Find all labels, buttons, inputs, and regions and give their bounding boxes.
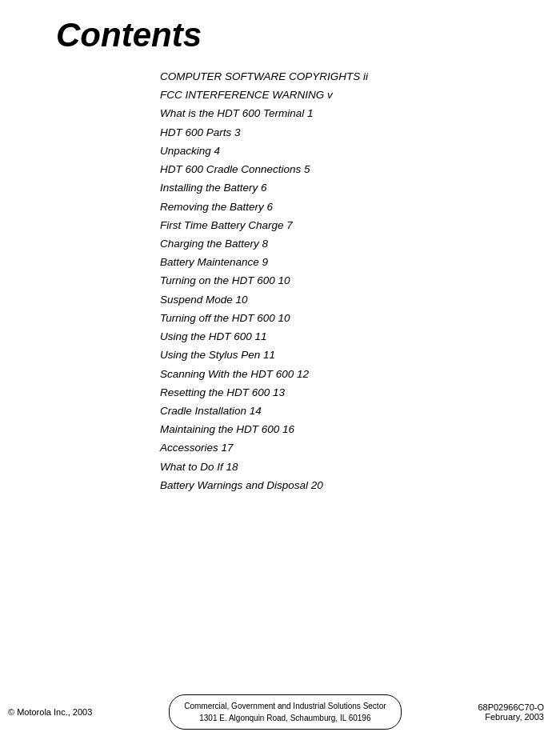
toc-list: COMPUTER SOFTWARE COPYRIGHTS iiFCC INTER… [160, 67, 560, 494]
footer-center-line2: 1301 E. Algonquin Road, Schaumburg, IL 6… [184, 712, 386, 724]
footer: © Motorola Inc., 2003 Commercial, Govern… [0, 694, 560, 730]
toc-item: HDT 600 Cradle Connections 5 [160, 160, 560, 178]
toc-item: Suspend Mode 10 [160, 290, 560, 309]
toc-item: Accessories 17 [160, 438, 560, 457]
toc-item: FCC INTERFERENCE WARNING v [160, 86, 560, 104]
footer-right: 68P02966C70-O February, 2003 [478, 702, 544, 722]
toc-item: Using the Stylus Pen 11 [160, 346, 560, 364]
page-container: Contents COMPUTER SOFTWARE COPYRIGHTS ii… [0, 0, 560, 744]
toc-item: Installing the Battery 6 [160, 178, 560, 197]
toc-item: Unpacking 4 [160, 142, 560, 160]
footer-doc-number: 68P02966C70-O [478, 702, 544, 712]
toc-item: What is the HDT 600 Terminal 1 [160, 104, 560, 122]
footer-left: © Motorola Inc., 2003 [8, 707, 92, 717]
toc-item: HDT 600 Parts 3 [160, 123, 560, 142]
toc-item: Turning on the HDT 600 10 [160, 271, 560, 290]
toc-item: What to Do If 18 [160, 458, 560, 476]
toc-item: Battery Maintenance 9 [160, 253, 560, 271]
toc-item: Removing the Battery 6 [160, 198, 560, 216]
toc-item: Battery Warnings and Disposal 20 [160, 476, 560, 494]
footer-date: February, 2003 [478, 712, 544, 722]
toc-item: Turning off the HDT 600 10 [160, 309, 560, 327]
toc-item: Resetting the HDT 600 13 [160, 383, 560, 402]
toc-item: Maintaining the HDT 600 16 [160, 420, 560, 438]
toc-item: COMPUTER SOFTWARE COPYRIGHTS ii [160, 67, 560, 86]
toc-item: Charging the Battery 8 [160, 234, 560, 253]
footer-center-line1: Commercial, Government and Industrial So… [184, 700, 386, 712]
toc-item: Cradle Installation 14 [160, 402, 560, 420]
toc-item: Scanning With the HDT 600 12 [160, 365, 560, 383]
footer-center: Commercial, Government and Industrial So… [169, 694, 401, 730]
copyright-text: © Motorola Inc., 2003 [8, 707, 92, 717]
toc-item: Using the HDT 600 11 [160, 327, 560, 346]
toc-item: First Time Battery Charge 7 [160, 216, 560, 234]
page-title: Contents [56, 16, 560, 54]
